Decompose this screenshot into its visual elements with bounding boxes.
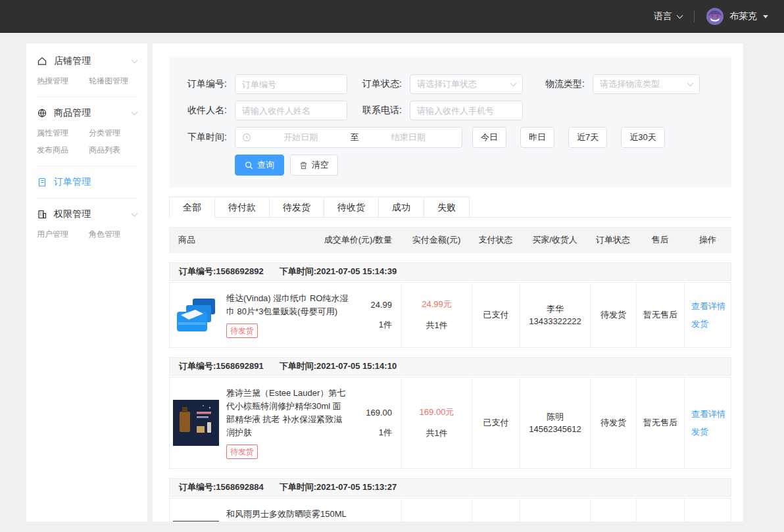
- table-row: 维达(Vinda) 湿巾纸巾 RO纯水湿巾 80片*3包量贩装(母婴可用) 待发…: [169, 282, 731, 348]
- view-detail-link[interactable]: 查看详情: [691, 408, 725, 420]
- pay-status: 已支付: [472, 283, 520, 347]
- col-product: 商品: [178, 234, 195, 246]
- unit-price: 24.99: [349, 300, 392, 310]
- order-no-input[interactable]: [235, 74, 347, 94]
- order-no-label: 订单编号:: [182, 78, 227, 90]
- search-button[interactable]: 查询: [235, 155, 284, 176]
- avatar: [706, 8, 723, 25]
- logistics-type-select[interactable]: 请选择物流类型: [593, 74, 700, 94]
- range-separator: 至: [348, 132, 362, 143]
- sidebar-item-attributes[interactable]: 属性管理: [37, 124, 89, 141]
- order-icon: [37, 177, 47, 187]
- status-badge: 待发货: [226, 324, 258, 338]
- pay-status: 已支付: [472, 377, 520, 468]
- filter-panel: 订单编号: 订单状态: 请选择订单状态 物流类型: 请选择物流类型: [169, 57, 731, 187]
- receiver-name-label: 收件人名:: [182, 105, 227, 116]
- tab-success[interactable]: 成功: [379, 197, 424, 218]
- tab-pending-shipment[interactable]: 待发货: [270, 197, 324, 218]
- language-dropdown[interactable]: 语言: [654, 11, 682, 22]
- quick-today-button[interactable]: 今日: [472, 127, 506, 148]
- order-header: 订单编号:1568692892 下单时间:2021-07-05 15:14:39: [169, 262, 731, 281]
- sidebar-group-label: 店铺管理: [54, 55, 91, 67]
- view-detail-link[interactable]: 查看详情: [691, 301, 725, 312]
- order-status-label: 订单状态:: [357, 78, 402, 90]
- receiver-name-input[interactable]: [235, 101, 347, 120]
- col-after-sale: 售后: [636, 234, 684, 246]
- topbar: 语言 布莱克: [0, 0, 784, 33]
- order-time-label: 下单时间:: [182, 132, 227, 143]
- status-badge: 待发货: [226, 445, 258, 459]
- sidebar-item-label: 订单管理: [54, 176, 91, 188]
- tab-pending-payment[interactable]: 待付款: [215, 197, 270, 218]
- sidebar-group-shop[interactable]: 店铺管理: [26, 51, 147, 71]
- ship-link[interactable]: 发货: [691, 318, 708, 330]
- end-date-placeholder: 结束日期: [362, 132, 456, 143]
- unit-price: 169.00: [349, 408, 392, 418]
- goods-icon: [37, 108, 47, 118]
- quick-7days-button[interactable]: 近7天: [568, 127, 607, 148]
- col-order-status: 订单状态: [590, 234, 636, 246]
- ship-link[interactable]: 发货: [691, 426, 708, 438]
- buyer-phone: 13433322222: [529, 315, 581, 327]
- order-number: 订单编号:1568692891: [179, 360, 264, 372]
- order-block: 订单编号:1568692891 下单时间:2021-07-05 15:14:10: [169, 357, 731, 469]
- user-menu[interactable]: 布莱克: [706, 8, 768, 25]
- order-number: 订单编号:1568692884: [179, 481, 264, 493]
- quick-30days-button[interactable]: 近30天: [621, 127, 664, 148]
- paid-quantity: 共1件: [426, 320, 447, 331]
- sidebar-divider: [37, 198, 137, 199]
- product-image: [173, 521, 219, 521]
- main-content: 订单编号: 订单状态: 请选择订单状态 物流类型: 请选择物流类型: [153, 43, 743, 521]
- chevron-down-icon: [132, 210, 138, 217]
- sidebar-item-orders[interactable]: 订单管理: [26, 172, 147, 192]
- tab-all[interactable]: 全部: [169, 197, 215, 218]
- after-sale-status: 暂无售后: [637, 498, 685, 521]
- tab-failed[interactable]: 失败: [424, 197, 470, 218]
- sidebar-item-carousel[interactable]: 轮播图管理: [89, 72, 141, 89]
- chevron-down-icon: [677, 12, 683, 19]
- order-status: 待发货: [591, 498, 637, 521]
- table-row: 雅诗兰黛（Estee Lauder）第七代小棕瓶特润修护精华30ml 面部精华液…: [169, 377, 731, 469]
- contact-phone-label: 联系电话:: [357, 105, 402, 116]
- order-status-select[interactable]: 请选择订单状态: [410, 74, 523, 94]
- start-date-placeholder: 开始日期: [254, 132, 348, 143]
- sidebar-divider: [37, 97, 137, 97]
- product-title: 雅诗兰黛（Estee Lauder）第七代小棕瓶特润修护精华30ml 面部精华液…: [226, 387, 349, 439]
- caret-down-icon: [763, 15, 768, 18]
- order-block: 订单编号:1568692892 下单时间:2021-07-05 15:14:39: [169, 262, 731, 348]
- orders-table-header: 商品 成交单价(元)/数量 实付金额(元) 支付状态 买家/收货人 订单状态 售…: [169, 227, 731, 253]
- quantity: 1件: [349, 427, 392, 439]
- home-icon: [37, 56, 47, 66]
- clear-button[interactable]: 清空: [290, 155, 338, 176]
- product-title: 维达(Vinda) 湿巾纸巾 RO纯水湿巾 80片*3包量贩装(母婴可用): [226, 292, 349, 318]
- order-number: 订单编号:1568692892: [179, 266, 264, 278]
- sidebar-item-publish-goods[interactable]: 发布商品: [37, 141, 89, 158]
- table-row: 和风雨男士多效防晒喷雾150ML SPF50 PA+++ 学生军训防黑防晒乳 户…: [169, 498, 731, 521]
- sidebar-group-permission[interactable]: 权限管理: [26, 205, 147, 224]
- sidebar-item-goods-list[interactable]: 商品列表: [89, 141, 141, 158]
- col-actions: 操作: [684, 234, 731, 246]
- product-title: 和风雨男士多效防晒喷雾150ML SPF50 PA+++ 学生军训防黑防晒乳 户…: [226, 508, 349, 521]
- after-sale-status: 暂无售后: [637, 377, 685, 468]
- sidebar-divider: [37, 166, 137, 166]
- order-status: 待发货: [591, 283, 637, 347]
- building-icon: [37, 209, 47, 220]
- sidebar-submenu-shop: 热搜管理 轮播图管理: [26, 71, 147, 91]
- sidebar-item-hot-search[interactable]: 热搜管理: [37, 72, 89, 89]
- quick-yesterday-button[interactable]: 昨日: [520, 127, 554, 148]
- sidebar-group-goods[interactable]: 商品管理: [26, 103, 147, 123]
- page-body: 店铺管理 热搜管理 轮播图管理 商品管理 属性管理 分类管理 发布商品 商品列表: [0, 33, 784, 521]
- tab-pending-receipt[interactable]: 待收货: [324, 197, 379, 218]
- order-time: 下单时间:2021-07-05 15:14:39: [280, 266, 397, 278]
- product-image: [173, 400, 219, 446]
- sidebar-item-roles[interactable]: 角色管理: [89, 226, 141, 243]
- username: 布莱克: [729, 11, 757, 22]
- date-range-picker[interactable]: 开始日期 至 结束日期: [235, 127, 462, 148]
- after-sale-status: 暂无售后: [637, 283, 685, 347]
- sidebar-item-categories[interactable]: 分类管理: [89, 124, 141, 141]
- contact-phone-input[interactable]: [410, 101, 523, 120]
- col-price-qty: 成交单价(元)/数量: [324, 234, 392, 246]
- sidebar-item-users[interactable]: 用户管理: [37, 226, 89, 243]
- col-pay-status: 支付状态: [472, 234, 520, 246]
- buyer-name: 李华: [547, 302, 564, 315]
